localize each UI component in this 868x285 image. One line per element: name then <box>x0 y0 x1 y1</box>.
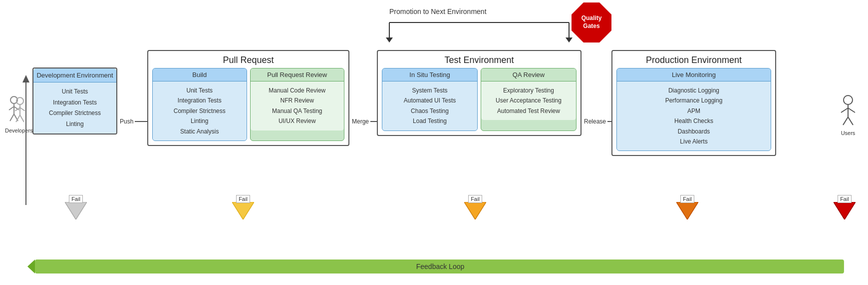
svg-marker-29 <box>65 202 87 220</box>
fail-arrow-users: Fail <box>834 195 856 220</box>
build-content: Unit TestsIntegration TestsCompiler Stri… <box>153 82 247 140</box>
fail-arrow-dev-svg <box>65 202 87 220</box>
in-situ-box: In Situ Testing System TestsAutomated UI… <box>382 68 478 131</box>
promotion-arrow <box>349 5 609 45</box>
release-label: Release <box>584 118 606 125</box>
fail-label-dev: Fail <box>69 195 83 203</box>
fail-arrow-users-svg <box>834 202 856 220</box>
test-env-title: Test Environment <box>378 51 580 68</box>
dev-env-title: Development Environment <box>33 68 116 82</box>
push-label: Push <box>120 118 133 125</box>
fail-label-pr: Fail <box>236 195 250 203</box>
fail-arrow-pr-svg <box>232 202 254 220</box>
svg-marker-39 <box>22 75 29 82</box>
quality-gates: QualityGates <box>572 2 611 42</box>
diagram-container: Promotion to Next Environment QualityGat… <box>0 0 868 285</box>
pr-review-box: Pull Request Review Manual Code ReviewNF… <box>250 68 345 141</box>
users-icon <box>837 95 860 128</box>
svg-line-9 <box>10 114 14 121</box>
quality-gates-label: QualityGates <box>579 12 604 32</box>
svg-line-28 <box>848 117 853 125</box>
live-monitoring-title: Live Monitoring <box>617 68 771 82</box>
svg-marker-30 <box>232 202 254 220</box>
svg-marker-32 <box>676 202 698 220</box>
merge-label: Merge <box>352 118 369 125</box>
svg-line-26 <box>848 108 855 112</box>
pr-env-title: Pull Request <box>148 51 348 68</box>
live-monitoring-box: Live Monitoring Diagnostic LoggingPerfor… <box>616 68 771 151</box>
in-situ-content: System TestsAutomated UI TestsChaos Test… <box>382 82 477 130</box>
svg-marker-36 <box>27 260 35 266</box>
fail-arrow-prod-svg <box>676 202 698 220</box>
fail-arrow-test: Fail <box>464 195 486 220</box>
svg-marker-31 <box>464 202 486 220</box>
pr-review-title: Pull Request Review <box>251 68 344 82</box>
pr-review-content: Manual Code ReviewNFR ReviewManual QA Te… <box>251 82 344 130</box>
svg-line-25 <box>841 108 848 112</box>
fail-arrow-dev: Fail <box>65 195 87 220</box>
fail-arrow-prod: Fail <box>676 195 698 220</box>
fail-arrow-test-svg <box>464 202 486 220</box>
fail-label-prod: Fail <box>680 195 694 203</box>
feedback-loop-area: Feedback Loop <box>27 257 853 276</box>
dev-feedback-arrow <box>17 70 35 210</box>
live-monitoring-content: Diagnostic LoggingPerformance LoggingAPM… <box>617 82 771 150</box>
fail-arrow-pr: Fail <box>232 195 254 220</box>
prod-env-box: Production Environment Live Monitoring D… <box>611 50 776 156</box>
svg-line-27 <box>843 117 848 125</box>
qa-review-title: QA Review <box>481 68 576 82</box>
svg-line-7 <box>9 106 14 110</box>
users-label: Users <box>833 130 863 136</box>
fail-label-users: Fail <box>838 195 852 203</box>
users-figure: Users <box>833 95 863 136</box>
build-box: Build Unit TestsIntegration TestsCompile… <box>152 68 247 141</box>
dev-env-box: Development Environment Unit TestsIntegr… <box>32 68 117 134</box>
feedback-loop-svg: Feedback Loop <box>27 257 853 276</box>
feedback-text: Feedback Loop <box>416 262 465 270</box>
svg-point-23 <box>844 96 853 104</box>
pr-env-box: Pull Request Build Unit TestsIntegration… <box>147 50 349 146</box>
svg-marker-33 <box>834 202 856 220</box>
svg-marker-4 <box>386 38 393 42</box>
dev-env-content: Unit TestsIntegration TestsCompiler Stri… <box>33 82 116 134</box>
fail-label-test: Fail <box>468 195 482 203</box>
test-env-box: Test Environment In Situ Testing System … <box>377 50 581 136</box>
build-title: Build <box>153 68 247 82</box>
in-situ-title: In Situ Testing <box>382 68 477 82</box>
qa-review-box: QA Review Exploratory TestingUser Accept… <box>481 68 577 131</box>
prod-env-title: Production Environment <box>612 51 775 68</box>
qa-review-content: Exploratory TestingUser Acceptance Testi… <box>481 82 576 120</box>
svg-marker-37 <box>27 266 35 274</box>
